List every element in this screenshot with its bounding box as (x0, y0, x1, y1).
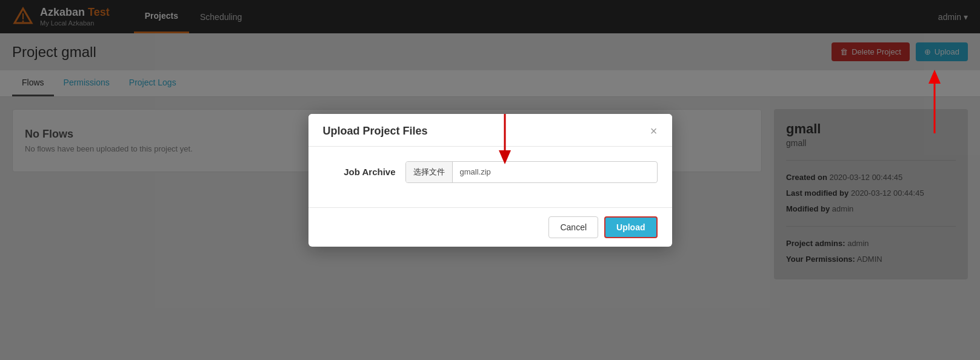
modal-footer: Cancel Upload (308, 207, 672, 247)
cancel-button[interactable]: Cancel (548, 216, 598, 238)
form-row-wrapper: Job Archive 选择文件 gmall.zip (323, 161, 658, 183)
upload-modal: Upload Project Files × Job Archive 选择文件 … (308, 114, 672, 247)
job-archive-row: Job Archive 选择文件 gmall.zip (323, 161, 658, 183)
modal-close-button[interactable]: × (650, 125, 658, 137)
modal-header: Upload Project Files × (308, 114, 672, 147)
file-input-wrapper: 选择文件 gmall.zip (405, 161, 658, 183)
upload-dialog-button[interactable]: Upload (604, 216, 657, 238)
modal-title: Upload Project Files (323, 125, 428, 138)
modal-body: Job Archive 选择文件 gmall.zip (308, 147, 672, 207)
job-archive-label: Job Archive (323, 167, 396, 177)
file-name-display: gmall.zip (453, 162, 657, 181)
choose-file-button[interactable]: 选择文件 (406, 162, 453, 182)
modal-overlay: Upload Project Files × Job Archive 选择文件 … (0, 0, 980, 360)
